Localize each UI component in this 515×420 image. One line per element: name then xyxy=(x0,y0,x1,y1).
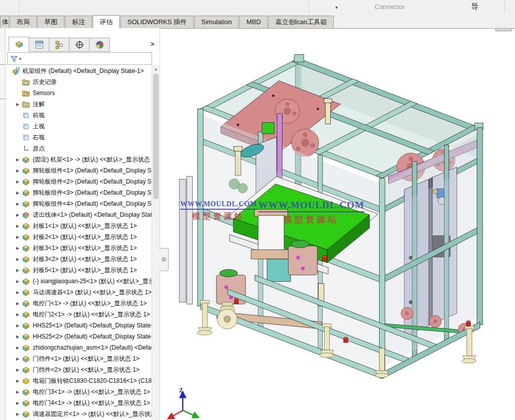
tree-item[interactable]: 前视 xyxy=(6,110,152,121)
tree-filter[interactable]: ▾ xyxy=(7,52,152,65)
tree-item-label: 电控门2<1> -> (默认) <<默认>_显示状态 1> xyxy=(33,310,150,319)
expand-arrow-icon[interactable] xyxy=(14,102,22,107)
watermark-caption: 模型资源站 xyxy=(180,211,257,222)
title-toolbar: ▾ Connector 导 xyxy=(0,0,515,14)
expand-arrow-icon[interactable] xyxy=(14,412,22,416)
expand-arrow-icon[interactable] xyxy=(14,401,22,405)
expand-arrow-icon[interactable] xyxy=(14,169,22,173)
manager-tab-configurationmanager[interactable] xyxy=(49,38,69,52)
tree-item-icon xyxy=(22,133,30,142)
expand-arrow-icon[interactable] xyxy=(14,257,22,262)
tree-item-icon xyxy=(22,166,30,175)
tree-item[interactable]: 脚轮板组件<2> (Default) <Default_Display Stat… xyxy=(6,176,152,187)
expand-arrow-icon[interactable] xyxy=(14,357,22,361)
expand-arrow-icon[interactable] xyxy=(14,235,22,239)
tree-item[interactable]: (固定) 机架<1> -> (默认) <<默认>_显示状态 1> xyxy=(6,154,152,165)
ribbon-tab-simulation[interactable]: Simulation xyxy=(194,16,239,28)
expand-arrow-icon[interactable] xyxy=(14,157,22,162)
tree-item-label: 注解 xyxy=(33,100,45,109)
ribbon-tab-jlc-toolbox[interactable]: 嘉立创lcan工具箱 xyxy=(268,16,334,28)
tree-item[interactable]: 电控门<1> -> (默认) <<默认>_显示状态 1> xyxy=(6,298,152,309)
tree-item[interactable]: 进出线体<1> (Default) <Default_Display State… xyxy=(6,209,152,220)
manager-tab-displaymanager[interactable] xyxy=(89,38,110,52)
tree-item[interactable]: 门挡件<1> (默认) <<默认>_显示状态 1> xyxy=(6,353,152,364)
tree-scrollbar[interactable]: ▲ xyxy=(152,65,160,420)
filter-dropdown-caret[interactable]: ▾ xyxy=(19,56,22,61)
tree-item[interactable]: 右视 xyxy=(6,132,152,143)
expand-arrow-icon[interactable] xyxy=(14,346,22,350)
ribbon-tab-evaluate[interactable]: 评估 xyxy=(93,15,120,29)
scroll-up-arrow[interactable]: ▲ xyxy=(152,67,160,71)
expand-arrow-icon[interactable] xyxy=(14,191,22,195)
ribbon-tab-layout[interactable]: 布局 xyxy=(10,16,37,28)
tree-item[interactable]: 门挡件<2> (默认) <<默认>_显示状态 1> xyxy=(6,364,152,375)
help-menu-char[interactable]: 导 xyxy=(471,2,479,12)
manager-tab-dimxpertmanager[interactable] xyxy=(69,38,90,52)
ribbon-tab-sw-addins[interactable]: SOLIDWORKS 插件 xyxy=(120,16,194,28)
tree-item[interactable]: Sensors xyxy=(6,88,152,99)
tree-item[interactable]: 调速器固定片<1> -> (默认) <<默认>_显示状态 1> xyxy=(6,408,152,419)
tree-item-icon xyxy=(22,189,30,197)
tree-item[interactable]: 马达调速器<1> (默认) <<默认>_显示状态 1> xyxy=(6,287,152,298)
tree-item[interactable]: 封板5<1> (默认) <<默认>_显示状态 1> xyxy=(6,265,152,276)
expand-arrow-icon[interactable] xyxy=(14,368,22,372)
expand-arrow-icon[interactable] xyxy=(14,213,22,217)
tree-item[interactable]: 原点 xyxy=(6,143,152,154)
ribbon-tab-annotate[interactable]: 标注 xyxy=(65,16,92,28)
tree-item[interactable]: 电箱门板转锁C1830-C1820-C1816<1> (C18 xyxy=(6,375,152,386)
expand-arrow-icon[interactable] xyxy=(14,334,22,339)
search-commands-placeholder[interactable]: Connector xyxy=(375,3,405,11)
tree-item-icon xyxy=(22,233,30,241)
expand-arrow-icon[interactable] xyxy=(14,279,22,284)
expand-arrow-icon[interactable] xyxy=(14,301,22,306)
tree-item[interactable]: 脚轮板组件<3> (Default) <Default_Display Stat… xyxy=(6,187,152,198)
manager-tab-propertymanager[interactable] xyxy=(29,38,49,52)
manager-tab-featuremanager[interactable] xyxy=(9,37,29,52)
left-edge-strip xyxy=(0,28,6,420)
scroll-thumb[interactable] xyxy=(153,73,159,199)
expand-arrow-icon[interactable] xyxy=(14,290,22,295)
expand-arrow-icon[interactable] xyxy=(14,246,22,250)
expand-arrow-icon[interactable] xyxy=(14,202,22,206)
tab-overflow-chevron[interactable]: > xyxy=(151,40,155,48)
expand-arrow-icon[interactable] xyxy=(14,312,22,317)
expand-arrow-icon[interactable] xyxy=(14,224,22,228)
tree-item-icon xyxy=(22,366,30,374)
tree-item[interactable]: (-) xiangjiaoquan-25<1> (默认) <<默认>_显示状态 … xyxy=(6,276,152,287)
expand-arrow-icon[interactable] xyxy=(14,323,22,328)
tree-item[interactable]: 电控门4<1> -> (默认) <<默认>_显示状态 1> xyxy=(6,397,152,408)
watermark: WWW.MOULDL.COM 模型资源站 xyxy=(180,200,257,222)
tree-item[interactable]: 脚轮板组件<1> (Default) <Default_Display Stat… xyxy=(6,165,152,176)
tree-item[interactable]: 电控门2<1> -> (默认) <<默认>_显示状态 1> xyxy=(6,309,152,320)
expand-arrow-icon[interactable] xyxy=(14,379,22,383)
tree-item[interactable]: 上视 xyxy=(6,121,152,132)
separator xyxy=(504,0,505,14)
tree-item[interactable]: 封板1<1> (默认) <<默认>_显示状态 1> xyxy=(6,220,152,231)
tree-item[interactable]: 机架组件 (Default) <Default_Display State-1> xyxy=(6,65,152,76)
tree-item[interactable]: HHS25<2> (Default) <Default_Display Stat… xyxy=(6,331,152,342)
tree-item-label: 封板1<1> (默认) <<默认>_显示状态 1> xyxy=(33,222,137,230)
tree-item[interactable]: 脚轮板组件<4> (Default) <Default_Display Stat… xyxy=(6,198,152,209)
tree-item[interactable]: HHS25<1> (Default) <Default_Display Stat… xyxy=(6,320,152,331)
tree-item-icon xyxy=(22,178,30,186)
ribbon-tab-sketch[interactable]: 草图 xyxy=(37,16,64,28)
tree-item-icon xyxy=(22,410,30,418)
manager-tab-icon xyxy=(35,40,44,49)
tree-item[interactable]: 注解 xyxy=(6,99,152,110)
tree-item-label: 门挡件<2> (默认) <<默认>_显示状态 1> xyxy=(33,366,139,374)
expand-arrow-icon[interactable] xyxy=(14,268,22,273)
tree-item[interactable]: 历史记录 xyxy=(6,76,152,88)
tree-item[interactable]: 封板3<1> (默认) <<默认>_显示状态 1> xyxy=(6,242,152,254)
expand-arrow-icon[interactable] xyxy=(14,180,22,184)
panel-splitter-handle[interactable] xyxy=(160,248,169,271)
ribbon-tab-mbd[interactable]: MBD xyxy=(239,16,268,28)
watermark-url: WWW.MOULDL.COM xyxy=(180,200,257,210)
tree-item[interactable]: zhidongchazhujian_asm<1> (Default) <Defa… xyxy=(6,342,152,353)
ribbon-tab-partial[interactable]: 体 xyxy=(0,16,9,28)
tree-item[interactable]: 电控门3<1> -> (默认) <<默认>_显示状态 1> xyxy=(6,386,152,397)
toolbar-dropdown-caret[interactable]: ▾ xyxy=(335,5,338,10)
tree-item-icon xyxy=(22,355,30,363)
expand-arrow-icon[interactable] xyxy=(14,390,22,394)
tree-item[interactable]: 封板2<1> (默认) <<默认>_显示状态 1> xyxy=(6,231,152,242)
tree-item[interactable]: 封板3<2> (默认) <<默认>_显示状态 1> xyxy=(6,254,152,265)
